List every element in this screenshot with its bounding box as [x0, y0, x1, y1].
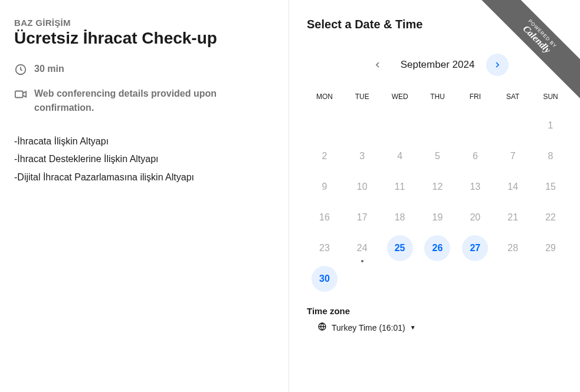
calendar-day: 19 — [420, 205, 456, 230]
description-line: -İhracata İlişkin Altyapı — [14, 133, 271, 150]
calendar-day: 7 — [495, 143, 530, 169]
calendar-day-available[interactable]: 25 — [382, 235, 418, 261]
weekday-header: FRI — [457, 89, 493, 108]
chevron-left-icon — [373, 60, 382, 70]
organization-name: BAZ GİRİŞİM — [14, 18, 271, 28]
conferencing-text: Web conferencing details provided upon c… — [34, 87, 271, 115]
calendar-day: 2 — [307, 143, 342, 169]
caret-down-icon: ▼ — [410, 324, 416, 331]
duration-row: 30 min — [14, 62, 271, 76]
calendar-day-available[interactable]: 27 — [457, 235, 493, 261]
event-details-panel: BAZ GİRİŞİM Ücretsiz İhracat Check-up 30… — [0, 0, 289, 392]
calendar-day: 5 — [420, 143, 456, 169]
calendar-day: 12 — [420, 174, 456, 200]
globe-icon — [317, 322, 327, 333]
calendar-day — [457, 113, 493, 139]
timezone-selector[interactable]: Turkey Time (16:01) ▼ — [307, 322, 568, 333]
calendar-day — [345, 113, 380, 139]
calendar-day: 29 — [533, 235, 568, 261]
event-description: -İhracata İlişkin Altyapı-İhracat Destek… — [14, 133, 271, 186]
calendar-day: 13 — [457, 174, 493, 200]
calendar-day — [307, 113, 342, 139]
svg-rect-1 — [15, 91, 23, 98]
calendar-day: 28 — [495, 235, 530, 261]
calendar-panel: Select a Date & Time September 2024 MONT… — [289, 0, 580, 392]
month-navigation: September 2024 — [307, 54, 568, 76]
calendar-day: 9 — [307, 174, 342, 200]
weekday-header: TUE — [345, 89, 380, 108]
description-line: -İhracat Desteklerine İlişkin Altyapı — [14, 150, 271, 168]
weekday-header: MON — [307, 89, 342, 108]
calendar-day: 1 — [533, 113, 568, 139]
timezone-section: Time zone Turkey Time (16:01) ▼ — [307, 306, 568, 333]
calendar-day: 23 — [307, 235, 342, 261]
timezone-value: Turkey Time (16:01) — [332, 323, 405, 332]
calendar-day: 3 — [345, 143, 380, 169]
calendar-day — [382, 113, 418, 139]
calendar-day — [420, 113, 456, 139]
month-year-label: September 2024 — [401, 59, 475, 71]
timezone-label: Time zone — [307, 306, 568, 316]
calendar-day-available[interactable]: 30 — [307, 266, 342, 292]
event-title: Ücretsiz İhracat Check-up — [14, 29, 271, 48]
calendar-day: 21 — [495, 205, 530, 230]
calendar-day: 17 — [345, 205, 380, 230]
calendar-day: 22 — [533, 205, 568, 230]
weekday-header: WED — [382, 89, 418, 108]
calendar-day: 6 — [457, 143, 493, 169]
calendar-day — [495, 113, 530, 139]
calendar-day: 8 — [533, 143, 568, 169]
prev-month-button[interactable] — [366, 54, 389, 76]
calendar-day: 4 — [382, 143, 418, 169]
duration-text: 30 min — [34, 62, 64, 76]
calendar-day: 18 — [382, 205, 418, 230]
video-icon — [14, 88, 27, 101]
conferencing-row: Web conferencing details provided upon c… — [14, 87, 271, 115]
calendar-day-available[interactable]: 26 — [420, 235, 456, 261]
chevron-right-icon — [493, 60, 502, 70]
description-line: -Dijital İhracat Pazarlamasına ilişkin A… — [14, 169, 271, 186]
calendar-day: 15 — [533, 174, 568, 200]
calendar-day: 14 — [495, 174, 530, 200]
calendar-day: 11 — [382, 174, 418, 200]
calendar-day: 16 — [307, 205, 342, 230]
weekday-header: THU — [420, 89, 456, 108]
clock-icon — [14, 63, 27, 76]
calendar-day: 24 — [345, 235, 380, 261]
calendar-day: 20 — [457, 205, 493, 230]
next-month-button[interactable] — [486, 54, 509, 76]
weekday-header: SAT — [495, 89, 530, 108]
calendar-grid: MONTUEWEDTHUFRISATSUN1234567891011121314… — [307, 89, 568, 292]
calendar-day: 10 — [345, 174, 380, 200]
weekday-header: SUN — [533, 89, 568, 108]
